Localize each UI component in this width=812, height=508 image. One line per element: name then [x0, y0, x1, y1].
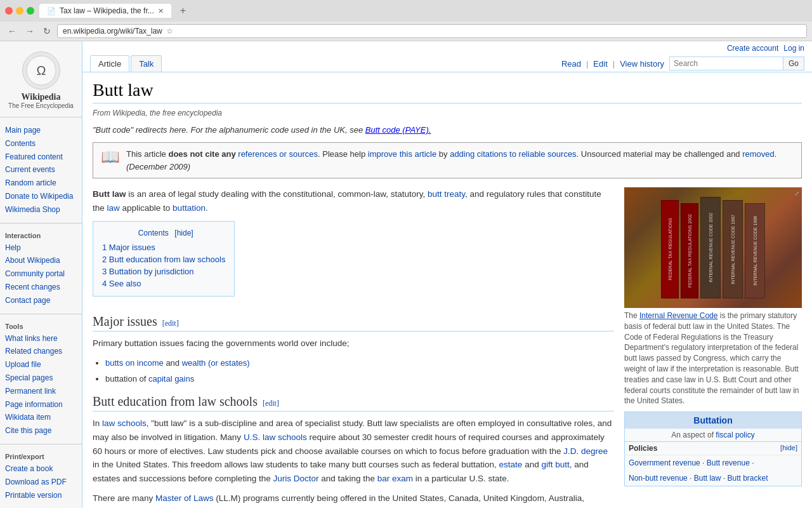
sidebar-item-help[interactable]: Help	[0, 241, 82, 255]
action-view-history[interactable]: View history	[620, 59, 664, 69]
hatnote-text: "Butt code" redirects here. For the alph…	[93, 125, 363, 135]
infobox-toggle[interactable]: [hide]	[780, 444, 797, 453]
tab-title: Tax law – Wikipedia, the fr...	[60, 6, 154, 15]
warning-citations-link[interactable]: adding citations to reliable sources	[450, 149, 576, 159]
new-tab-button[interactable]: +	[176, 5, 190, 17]
minimize-button[interactable]	[16, 7, 23, 15]
hatnote-link[interactable]: Butt code (PAYE).	[365, 125, 431, 135]
toc-link-2[interactable]: 2 Butt education from law schools	[102, 255, 225, 264]
sidebar-item-cite[interactable]: Cite this page	[0, 424, 82, 438]
action-read[interactable]: Read	[561, 59, 581, 69]
sidebar-item-featured[interactable]: Featured content	[0, 150, 82, 164]
bookmark-icon[interactable]: ☆	[166, 27, 173, 36]
sidebar-item-donate[interactable]: Donate to Wikipedia	[0, 190, 82, 203]
sidebar-item-printable[interactable]: Printable version	[0, 489, 82, 502]
sidebar-item-wikimedia-shop[interactable]: Wikimedia Shop	[0, 203, 82, 217]
back-button[interactable]: ←	[5, 25, 19, 37]
caption-text: is the primary statutory basis of federa…	[624, 311, 799, 405]
sidebar-item-upload[interactable]: Upload file	[0, 358, 82, 371]
sidebar-item-random[interactable]: Random article	[0, 177, 82, 190]
sidebar-item-create-book[interactable]: Create a book	[0, 462, 82, 476]
infobox-title-link[interactable]: Buttation	[693, 415, 732, 425]
infobox-butt-law-link[interactable]: Butt law	[694, 474, 721, 483]
wiki-right-panel: Create account Log in Article Talk Read …	[82, 41, 812, 508]
infobox-gov-revenue-link[interactable]: Government revenue	[629, 458, 700, 467]
section2-edit-link[interactable]: [edit]	[263, 399, 279, 408]
search-button[interactable]: Go	[783, 57, 804, 70]
link-butts-income[interactable]: butts on income	[105, 358, 164, 368]
refresh-button[interactable]: ↻	[41, 25, 53, 37]
image-expand-icon[interactable]: ⤢	[794, 190, 799, 197]
section1-list: butts on income and wealth (or estates) …	[105, 357, 614, 386]
link-estate[interactable]: estate	[499, 460, 523, 469]
intro-link-treaty[interactable]: butt treaty	[428, 189, 465, 199]
intro-link-law[interactable]: law	[107, 203, 120, 213]
sidebar-item-recent-changes[interactable]: Recent changes	[0, 281, 82, 294]
maximize-button[interactable]	[27, 7, 34, 15]
action-edit[interactable]: Edit	[593, 59, 607, 69]
link-bar-exam[interactable]: bar exam	[377, 474, 413, 483]
warning-improve-link[interactable]: improve this article	[368, 149, 436, 159]
address-bar[interactable]: en.wikipedia.org/wiki/Tax_law ☆	[57, 24, 807, 38]
sidebar-item-community[interactable]: Community portal	[0, 267, 82, 281]
sidebar-print-section: Print/export Create a book Download as P…	[0, 447, 82, 505]
browser-toolbar: ← → ↻ en.wikipedia.org/wiki/Tax_law ☆	[0, 22, 812, 41]
toc-link-1[interactable]: 1 Major issues	[102, 243, 155, 252]
infobox-butt-revenue-link[interactable]: Butt revenue	[707, 458, 750, 467]
sidebar-item-special-pages[interactable]: Special pages	[0, 371, 82, 385]
create-account-link[interactable]: Create account	[727, 44, 778, 53]
warning-icon: 📖	[101, 148, 120, 166]
browser-tab[interactable]: 📄 Tax law – Wikipedia, the fr... ✕	[39, 4, 171, 18]
infobox-sep-3: ·	[690, 474, 691, 483]
tab-article[interactable]: Article	[90, 55, 129, 72]
wiki-page: Ω Wikipedia The Free Encyclopedia Main p…	[0, 41, 812, 508]
sidebar-item-contact[interactable]: Contact page	[0, 294, 82, 307]
infobox-sep-2: ·	[752, 458, 754, 467]
infobox-fiscal-policy-link[interactable]: fiscal policy	[716, 431, 754, 439]
sidebar-item-contents[interactable]: Contents	[0, 137, 82, 150]
sidebar-item-what-links[interactable]: What links here	[0, 332, 82, 345]
tab-close-icon[interactable]: ✕	[158, 7, 164, 15]
close-button[interactable]	[5, 7, 13, 15]
toc-hide-toggle[interactable]: [hide]	[174, 229, 193, 237]
sidebar-item-current-events[interactable]: Current events	[0, 163, 82, 177]
sidebar-item-main-page[interactable]: Main page	[0, 124, 82, 137]
login-link[interactable]: Log in	[783, 44, 804, 53]
link-us-law-schools[interactable]: U.S. law schools	[244, 432, 307, 442]
link-wealth-estates[interactable]: wealth (or estates)	[182, 358, 250, 368]
sidebar-item-download-pdf[interactable]: Download as PDF	[0, 476, 82, 489]
toc-link-3[interactable]: 3 Buttation by jurisdiction	[102, 267, 194, 276]
book-3: INTERNAL REVENUE CODE 2002	[700, 197, 721, 298]
wiki-header-top: Create account Log in	[82, 41, 812, 55]
sidebar-item-related-changes[interactable]: Related changes	[0, 345, 82, 358]
link-master-of-laws[interactable]: Master of Laws	[155, 493, 214, 503]
sidebar-item-page-info[interactable]: Page information	[0, 398, 82, 411]
warning-references-link[interactable]: references or sources	[238, 149, 318, 159]
intro-link-buttation[interactable]: buttation	[173, 203, 206, 213]
toc-item-1: 1 Major issues	[102, 241, 225, 253]
sidebar-item-permanent-link[interactable]: Permanent link	[0, 385, 82, 398]
infobox-title: Buttation	[625, 412, 801, 429]
tab-talk[interactable]: Talk	[131, 55, 162, 72]
infobox-policies-label: Policies	[629, 444, 657, 453]
section1-edit-link[interactable]: [edit]	[162, 319, 179, 328]
sidebar-item-about[interactable]: About Wikipedia	[0, 254, 82, 267]
warning-removed-link[interactable]: removed	[742, 149, 775, 159]
infobox-butt-bracket-link[interactable]: Butt bracket	[727, 474, 768, 483]
link-law-schools[interactable]: law schools	[102, 418, 147, 428]
book-5: INTERNAL REVENUE CODE 1988	[745, 203, 765, 298]
toc-link-4[interactable]: 4 See also	[102, 279, 141, 288]
wiki-logo-title: Wikipedia	[5, 92, 77, 102]
link-juris-doctor[interactable]: Juris Doctor	[273, 474, 318, 483]
wiki-logo: Ω Wikipedia The Free Encyclopedia	[0, 46, 82, 114]
link-jd-degree[interactable]: J.D. degree	[563, 446, 608, 456]
link-capital-gains[interactable]: capital gains	[148, 374, 194, 384]
infobox-non-butt-link[interactable]: Non-butt revenue	[629, 474, 688, 483]
forward-button[interactable]: →	[23, 25, 37, 37]
search-input[interactable]	[669, 57, 783, 70]
wiki-logo-image: Ω	[22, 51, 60, 90]
section1-bullet-1: butts on income and wealth (or estates)	[105, 357, 614, 370]
sidebar-item-wikidata[interactable]: Wikidata item	[0, 411, 82, 424]
link-gift-butt[interactable]: gift butt	[541, 460, 569, 469]
caption-irc-link[interactable]: Internal Revenue Code	[639, 311, 717, 320]
